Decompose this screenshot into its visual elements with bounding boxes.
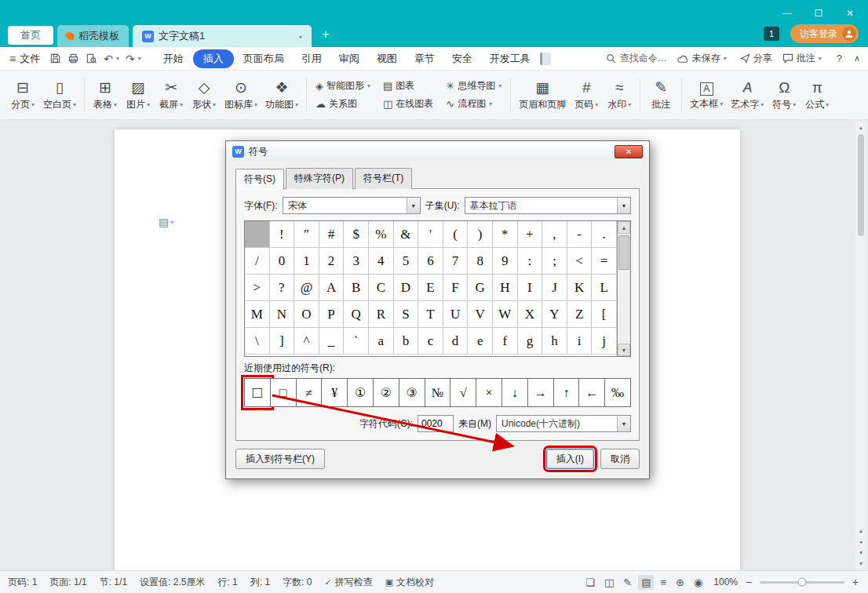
symbol-cell[interactable]: e xyxy=(468,328,493,355)
document-tab-active[interactable]: W 文字文稿1 ● xyxy=(133,25,312,47)
symbol-cell[interactable]: E xyxy=(418,275,443,301)
home-tab[interactable]: 首页 xyxy=(8,26,53,45)
recent-symbol-cell[interactable]: □ xyxy=(270,378,297,407)
recent-symbol-cell[interactable]: ② xyxy=(373,378,399,407)
print-icon[interactable] xyxy=(64,53,82,64)
statusbar-doc-proof[interactable]: ▣文档校对 xyxy=(385,576,434,589)
search-command[interactable]: 查找命令… xyxy=(606,52,667,65)
symbol-cell[interactable]: h xyxy=(542,328,567,355)
symbol-cell[interactable]: f xyxy=(493,328,518,355)
save-icon[interactable] xyxy=(46,53,64,64)
ribbon-item-header-footer[interactable]: ▦页眉和页脚 xyxy=(515,73,570,117)
symbol-cell[interactable]: U xyxy=(443,301,469,328)
grid-scrollbar-track[interactable] xyxy=(618,271,630,344)
zoom-out-icon[interactable]: − xyxy=(744,576,753,588)
symbol-cell[interactable]: 1 xyxy=(294,248,319,275)
scroll-up-icon[interactable]: ▲ xyxy=(855,122,866,133)
symbol-cell[interactable]: ? xyxy=(270,275,295,301)
vertical-scrollbar[interactable]: ▲ ▲ ● ▼ ▼ xyxy=(855,122,866,569)
statusbar-line[interactable]: 行: 1 xyxy=(217,576,237,589)
eye-protection-icon[interactable]: ◉ xyxy=(691,575,706,590)
symbol-cell[interactable]: N xyxy=(270,301,295,328)
grid-scrollbar[interactable]: ▲ ▼ xyxy=(617,221,630,356)
symbol-cell[interactable]: b xyxy=(394,328,419,355)
statusbar-spell-check[interactable]: ✓拼写检查 xyxy=(324,576,372,589)
ribbon-item-page-number[interactable]: #页码▾ xyxy=(570,73,603,117)
recent-symbol-cell[interactable]: ① xyxy=(347,378,374,407)
recent-symbol-cell[interactable]: → xyxy=(527,378,554,407)
statusbar-page-number[interactable]: 页码: 1 xyxy=(8,576,37,589)
symbol-cell[interactable]: + xyxy=(518,221,543,248)
menu-tab-4[interactable]: 引用 xyxy=(294,49,330,68)
next-page-icon[interactable]: ▼ xyxy=(855,547,866,558)
dialog-titlebar[interactable]: W 符号 ✕ xyxy=(226,141,649,162)
combo-arrow-icon[interactable]: ▼ xyxy=(617,416,630,431)
statusbar-column[interactable]: 列: 1 xyxy=(250,576,270,589)
symbol-cell[interactable]: @ xyxy=(294,275,319,301)
recent-symbol-cell[interactable]: № xyxy=(425,378,451,407)
symbol-cell[interactable]: D xyxy=(394,275,419,301)
symbol-cell[interactable]: G xyxy=(468,275,493,301)
symbol-cell[interactable]: i xyxy=(567,328,593,355)
symbol-cell[interactable]: = xyxy=(592,248,617,275)
symbol-cell[interactable]: 7 xyxy=(443,248,469,275)
menu-tab-2[interactable]: 插入 xyxy=(193,49,234,68)
dialog-tab-1[interactable]: 符号(S) xyxy=(235,169,284,190)
insert-button[interactable]: 插入(I) xyxy=(546,449,594,469)
zoom-slider-handle[interactable] xyxy=(798,578,807,587)
print-preview-icon[interactable] xyxy=(82,53,100,64)
previous-page-icon[interactable]: ▲ xyxy=(855,525,866,536)
help-button[interactable]: ? xyxy=(835,53,844,64)
ribbon-item-chart[interactable]: ▤图表 xyxy=(378,78,438,93)
symbol-cell[interactable]: d xyxy=(443,328,469,355)
combo-arrow-icon[interactable]: ▼ xyxy=(407,198,420,213)
undo-icon[interactable]: ↶ xyxy=(100,53,116,65)
ribbon-item-shapes[interactable]: ◇形状▾ xyxy=(188,73,221,117)
ribbon-item-icon-library[interactable]: ⊙图标库▾ xyxy=(221,73,261,117)
symbol-cell[interactable]: # xyxy=(319,221,345,248)
symbol-cell[interactable]: 8 xyxy=(468,248,493,275)
ink-annotate-icon[interactable]: ✎ xyxy=(620,575,635,590)
file-menu-button[interactable]: ≡ 文件 xyxy=(8,52,46,66)
symbol-cell[interactable]: 3 xyxy=(344,248,369,275)
symbol-cell[interactable]: 9 xyxy=(493,248,518,275)
ribbon-item-function-diagram[interactable]: ❖功能图▾ xyxy=(261,73,302,117)
symbol-cell[interactable]: . xyxy=(592,221,617,248)
toolbox-icon[interactable] xyxy=(540,53,551,65)
symbol-cell[interactable]: P xyxy=(319,301,345,328)
save-status[interactable]: 未保存 ▾ xyxy=(677,52,730,65)
symbol-cell[interactable]: I xyxy=(518,275,543,301)
symbol-cell[interactable]: - xyxy=(567,221,593,248)
dialog-tab-3[interactable]: 符号栏(T) xyxy=(355,168,412,189)
ribbon-item-blank-page[interactable]: ▯空白页▾ xyxy=(39,73,80,117)
recent-symbol-cell[interactable]: □ xyxy=(244,378,271,407)
fullscreen-icon[interactable]: ❏ xyxy=(582,575,598,590)
ribbon-item-symbol[interactable]: Ω符号▾ xyxy=(768,73,801,117)
symbol-cell[interactable]: W xyxy=(493,301,518,328)
menu-tab-8[interactable]: 安全 xyxy=(444,49,480,68)
redo-icon[interactable]: ↷ xyxy=(122,53,138,65)
ribbon-item-formula[interactable]: π公式▾ xyxy=(801,73,833,117)
symbol-cell[interactable]: 2 xyxy=(319,248,345,275)
symbol-cell[interactable]: _ xyxy=(319,328,345,355)
recent-symbol-cell[interactable]: ↓ xyxy=(501,378,528,407)
menu-tab-3[interactable]: 页面布局 xyxy=(235,49,292,68)
font-select[interactable]: 宋体 ▼ xyxy=(283,197,421,214)
symbol-cell[interactable]: ( xyxy=(443,221,469,248)
minimize-icon[interactable]: — xyxy=(782,8,793,19)
symbol-cell[interactable]: Z xyxy=(567,301,593,328)
subset-select[interactable]: 基本拉丁语 ▼ xyxy=(465,197,631,214)
dialog-tab-2[interactable]: 特殊字符(P) xyxy=(286,168,353,189)
symbol-cell[interactable]: % xyxy=(369,221,394,248)
scroll-down-icon[interactable]: ▼ xyxy=(855,558,866,569)
menu-tab-1[interactable]: 开始 xyxy=(155,49,191,68)
symbol-cell[interactable]: Q xyxy=(344,301,369,328)
symbol-cell[interactable]: L xyxy=(592,275,617,301)
close-icon[interactable]: ✕ xyxy=(844,8,855,19)
symbol-cell[interactable]: ) xyxy=(468,221,493,248)
symbol-cell[interactable]: ` xyxy=(344,328,369,355)
grid-scroll-up-icon[interactable]: ▲ xyxy=(618,221,630,234)
insert-to-symbol-bar-button[interactable]: 插入到符号栏(Y) xyxy=(235,449,325,469)
zoom-slider[interactable] xyxy=(760,581,844,584)
ribbon-item-wordart[interactable]: A艺术字▾ xyxy=(727,73,768,117)
